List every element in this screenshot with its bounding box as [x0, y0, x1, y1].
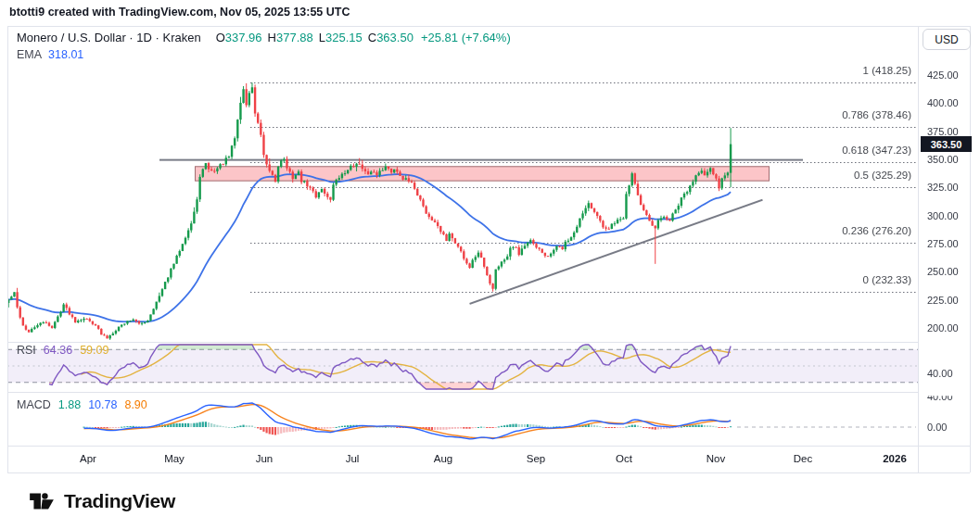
ohlc-high-value: 377.88: [276, 31, 313, 44]
price-tick: 325.00: [927, 181, 959, 194]
time-axis-label: Aug: [423, 453, 464, 464]
ema-label: EMA: [17, 48, 42, 61]
rsi-value: 64.36: [44, 344, 72, 357]
macd-legend[interactable]: MACD1.8810.788.90: [17, 398, 147, 411]
ohlc-open-value: 337.96: [225, 31, 262, 44]
price-tick: 200.00: [927, 321, 959, 334]
fib-level-label: 0.618 (347.23): [842, 145, 911, 156]
time-axis-label: Oct: [604, 453, 644, 464]
macd-signal-value: 8.90: [124, 398, 146, 411]
tradingview-logo-icon: [28, 487, 56, 515]
currency-button[interactable]: USD: [923, 29, 971, 50]
fib-level-label: 1 (418.25): [863, 65, 911, 76]
time-axis-label: Nov: [695, 453, 736, 464]
rsi-legend[interactable]: RSI64.3659.09: [17, 344, 108, 357]
symbol-legend[interactable]: Monero / U.S. Dollar · 1D · KrakenO337.9…: [17, 31, 511, 44]
macd-hist-value: 1.88: [58, 398, 81, 411]
price-tick: 400.00: [927, 96, 959, 109]
fib-level-label: 0 (232.33): [863, 274, 911, 285]
macd-label: MACD: [17, 398, 51, 411]
ema-value: 318.01: [48, 48, 83, 61]
price-tick: 350.00: [927, 153, 959, 166]
tradingview-logo-text: TradingView: [64, 490, 175, 512]
current-price-label: 363.50: [921, 136, 972, 152]
price-tick: 300.00: [927, 209, 959, 222]
time-axis-label: Jul: [332, 453, 373, 464]
price-tick: 425.00: [927, 69, 959, 82]
price-tick: 225.00: [927, 294, 959, 307]
fib-level-label: 0.5 (325.29): [854, 170, 911, 181]
ohlc-close-label: C: [368, 31, 376, 44]
time-axis-label: Jun: [244, 453, 285, 464]
rsi-ma-value: 59.09: [80, 344, 108, 357]
tradingview-chart-widget: btotti9 created with TradingView.com, No…: [0, 0, 980, 529]
chart-canvas[interactable]: [0, 0, 980, 529]
ohlc-close-value: 363.50: [376, 31, 414, 44]
ohlc-high-label: H: [268, 31, 276, 44]
ohlc-open-label: O: [216, 31, 225, 44]
tradingview-logo[interactable]: TradingView: [28, 487, 175, 515]
fib-level-label: 0.236 (276.20): [842, 225, 911, 236]
price-tick: 275.00: [927, 237, 959, 250]
time-axis-label: Apr: [68, 453, 108, 464]
time-axis-label: 2026: [874, 453, 915, 464]
time-axis-label: Sep: [515, 453, 556, 464]
rsi-label: RSI: [17, 344, 36, 357]
time-axis-label: May: [154, 453, 195, 464]
time-axis-label: Dec: [783, 453, 823, 464]
ohlc-low-label: L: [319, 31, 325, 44]
price-tick: 250.00: [927, 265, 959, 278]
macd-axis-tick-0: 0.00: [927, 421, 947, 434]
fib-level-label: 0.786 (378.46): [842, 109, 911, 120]
rsi-axis-tick: 40.00: [927, 367, 953, 380]
attribution-text: btotti9 created with TradingView.com, No…: [9, 6, 350, 19]
symbol-title: Monero / U.S. Dollar · 1D · Kraken: [17, 31, 201, 44]
change-value: +25.81 (+7.64%): [421, 31, 511, 44]
ema-legend[interactable]: EMA318.01: [17, 48, 83, 61]
macd-line-value: 10.78: [88, 398, 117, 411]
ohlc-low-value: 325.15: [325, 31, 363, 44]
